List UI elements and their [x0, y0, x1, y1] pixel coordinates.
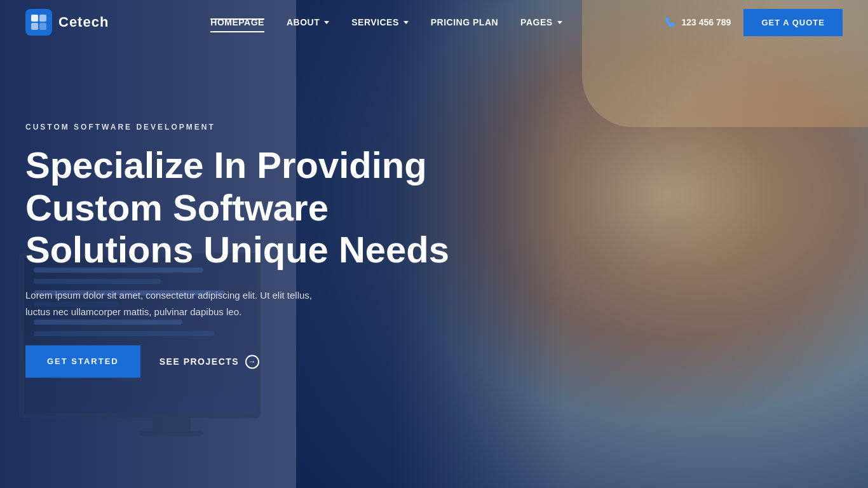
- get-quote-button[interactable]: GET A QUOTE: [743, 9, 843, 36]
- nav-link-pages[interactable]: PAGES: [520, 17, 562, 27]
- svg-rect-2: [31, 23, 38, 30]
- brand-logo: [25, 9, 52, 36]
- nav-item-services[interactable]: SERVICES: [351, 17, 409, 27]
- brand[interactable]: Cetech: [25, 9, 109, 36]
- navbar: Cetech HOMEPAGE ABOUT SERVICES: [0, 0, 868, 44]
- nav-item-pages[interactable]: PAGES: [520, 17, 562, 27]
- chevron-down-icon: [403, 21, 409, 24]
- nav-item-pricing[interactable]: PRICING PLAN: [431, 17, 498, 27]
- chevron-down-icon: [324, 21, 329, 24]
- nav-active-underline: [210, 18, 264, 20]
- nav-item-homepage[interactable]: HOMEPAGE: [210, 17, 264, 27]
- nav-link-pricing[interactable]: PRICING PLAN: [431, 17, 498, 27]
- nav-link-homepage[interactable]: HOMEPAGE: [210, 17, 264, 27]
- brand-name-text: Cetech: [58, 14, 109, 30]
- nav-link-about[interactable]: ABOUT: [287, 17, 329, 27]
- phone-contact[interactable]: 123 456 789: [664, 16, 731, 29]
- nav-menu: HOMEPAGE ABOUT SERVICES PRICING PLAN: [210, 17, 562, 27]
- svg-rect-0: [31, 15, 38, 22]
- hero-content: CUSTOM SOFTWARE DEVELOPMENT Specialize I…: [25, 110, 449, 377]
- chevron-down-icon: [557, 21, 562, 24]
- hero-description: Lorem ipsum dolor sit amet, consectetur …: [25, 288, 330, 320]
- hero-buttons: GET STARTED SEE PROJECTS →: [25, 346, 449, 378]
- hero-title: Specialize In Providing Custom Software …: [25, 144, 449, 271]
- svg-rect-3: [39, 23, 46, 30]
- hero-section: Cetech HOMEPAGE ABOUT SERVICES: [0, 0, 868, 488]
- nav-link-services[interactable]: SERVICES: [351, 17, 409, 27]
- svg-rect-1: [39, 15, 46, 22]
- hero-subtitle: CUSTOM SOFTWARE DEVELOPMENT: [25, 123, 449, 132]
- phone-number: 123 456 789: [682, 17, 731, 27]
- get-started-button[interactable]: GET STARTED: [25, 346, 140, 378]
- nav-item-about[interactable]: ABOUT: [287, 17, 329, 27]
- phone-icon: [664, 16, 677, 29]
- arrow-icon: →: [245, 355, 259, 369]
- navbar-right: 123 456 789 GET A QUOTE: [664, 9, 843, 36]
- see-projects-button[interactable]: SEE PROJECTS →: [159, 355, 259, 369]
